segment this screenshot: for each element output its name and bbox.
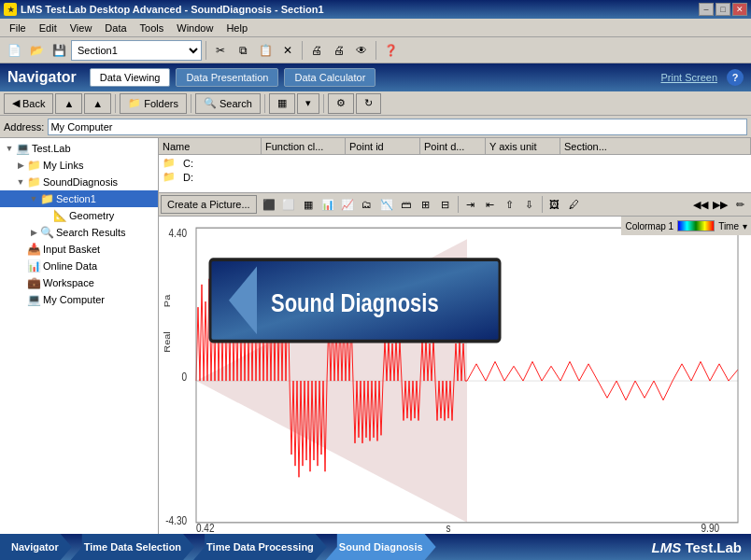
viz-btn-3[interactable]: ▦	[299, 195, 318, 214]
sidebar-item-workspace[interactable]: 💼 Workspace	[0, 274, 158, 291]
tab-data-viewing[interactable]: Data Viewing	[90, 68, 171, 87]
close-button[interactable]: ✕	[732, 3, 747, 16]
sidebar-item-mycomputer[interactable]: 💻 My Computer	[0, 291, 158, 308]
sidebar-item-section1[interactable]: ▼ 📁 Section1	[0, 190, 158, 207]
sidebar-item-label: Section1	[56, 193, 96, 204]
viz-btn-nav-prev[interactable]: ◀◀	[691, 195, 710, 214]
sidebar-item-mylinks[interactable]: ▶ 📁 My Links	[0, 157, 158, 174]
viz-btn-7[interactable]: 📉	[377, 195, 396, 214]
file-list: 📁 C: 📁 D:	[159, 155, 751, 192]
menu-window[interactable]: Window	[171, 21, 219, 35]
copy-button[interactable]: ⧉	[233, 40, 253, 61]
viz-btn-nav-next[interactable]: ▶▶	[711, 195, 730, 214]
search-label: Search	[220, 98, 252, 109]
file-row-d[interactable]: 📁 D:	[159, 170, 751, 184]
viz-btn-15[interactable]: 🖼	[546, 195, 564, 214]
back-button[interactable]: ◀ Back	[4, 93, 53, 114]
new-button[interactable]: 📄	[4, 40, 24, 61]
sidebar-item-geometry[interactable]: 📐 Geometry	[0, 207, 158, 224]
folders-button[interactable]: 📁 Folders	[120, 93, 187, 114]
create-picture-button[interactable]: Create a Picture...	[161, 195, 257, 214]
up2-button[interactable]: ▲	[84, 93, 111, 114]
workflow-tab-time-data-processing[interactable]: Time Data Processing	[193, 534, 327, 560]
toolbar-separator-1	[205, 41, 206, 60]
workflow-tab-sound-diagnosis[interactable]: Sound Diagnosis	[326, 534, 436, 560]
tab-data-presentation[interactable]: Data Presentation	[176, 68, 278, 87]
svg-text:0.42: 0.42	[196, 522, 214, 534]
up-button[interactable]: ▲	[55, 93, 82, 114]
filter-button[interactable]: ⚙	[328, 93, 354, 114]
menu-tools[interactable]: Tools	[135, 21, 170, 35]
minimize-button[interactable]: –	[699, 3, 714, 16]
workflow-bar: Navigator Time Data Selection Time Data …	[0, 534, 751, 560]
viz-btn-1[interactable]: ⬛	[260, 195, 278, 214]
delete-button[interactable]: ✕	[277, 40, 298, 61]
tab-data-calculator[interactable]: Data Calculator	[284, 68, 376, 87]
col-function[interactable]: Function cl...	[262, 138, 346, 154]
right-panel: Name Function cl... Point id Point d... …	[159, 138, 751, 534]
toggle-icon: ▶	[28, 227, 39, 238]
refresh-button[interactable]: ↻	[356, 93, 381, 114]
search-icon: 🔍	[204, 97, 217, 109]
back-arrow-icon: ◀	[12, 97, 20, 109]
menu-edit[interactable]: Edit	[34, 21, 63, 35]
sidebar-item-sounddiagnosis[interactable]: ▼ 📁 SoundDiagnosis	[0, 174, 158, 190]
geometry-icon: 📐	[52, 208, 67, 223]
menu-data[interactable]: Data	[99, 21, 132, 35]
paste-button[interactable]: 📋	[255, 40, 276, 61]
viz-btn-6[interactable]: 🗂	[358, 195, 376, 214]
open-button[interactable]: 📂	[26, 40, 47, 61]
viz-sep-1	[458, 196, 459, 213]
viz-btn-4[interactable]: 📊	[319, 195, 337, 214]
search-button[interactable]: 🔍 Search	[195, 93, 261, 114]
menu-file[interactable]: File	[4, 21, 32, 35]
print2-button[interactable]: 🖨	[329, 40, 349, 61]
view-button[interactable]: ▦	[269, 93, 295, 114]
time-dropdown-icon[interactable]: ▾	[743, 221, 747, 231]
viz-btn-5[interactable]: 📈	[338, 195, 357, 214]
address-input[interactable]	[48, 119, 747, 135]
toggle-icon	[15, 244, 26, 255]
sidebar-item-searchresults[interactable]: ▶ 🔍 Search Results	[0, 224, 158, 241]
print-button[interactable]: 🖨	[306, 40, 327, 61]
viz-btn-10[interactable]: ⊟	[436, 195, 455, 214]
cut-button[interactable]: ✂	[210, 40, 231, 61]
workflow-tab-time-data-selection[interactable]: Time Data Selection	[71, 534, 194, 560]
col-section[interactable]: Section...	[560, 138, 751, 154]
maximize-button[interactable]: □	[716, 3, 730, 16]
section-dropdown[interactable]: Section1	[71, 40, 202, 61]
sidebar-item-testlab[interactable]: ▼ 💻 Test.Lab	[0, 140, 158, 157]
viz-btn-12[interactable]: ⇤	[481, 195, 500, 214]
workflow-tab-navigator[interactable]: Navigator	[0, 534, 72, 560]
viz-btn-16[interactable]: 🖊	[565, 195, 584, 214]
nav-sep-4	[323, 94, 324, 113]
menu-help[interactable]: Help	[220, 21, 253, 35]
col-point-d[interactable]: Point d...	[420, 138, 486, 154]
help-button[interactable]: ❓	[380, 40, 401, 61]
menu-bar: File Edit View Data Tools Window Help	[0, 19, 751, 37]
menu-view[interactable]: View	[64, 21, 98, 35]
sidebar-item-onlinedata[interactable]: 📊 Online Data	[0, 258, 158, 274]
file-row-c[interactable]: 📁 C:	[159, 156, 751, 170]
save-button[interactable]: 💾	[49, 40, 69, 61]
preview-button[interactable]: 👁	[351, 40, 372, 61]
window-controls: – □ ✕	[699, 3, 747, 16]
viz-btn-8[interactable]: 🗃	[397, 195, 416, 214]
col-name[interactable]: Name	[159, 138, 262, 154]
view2-button[interactable]: ▾	[297, 93, 319, 114]
viz-btn-9[interactable]: ⊞	[417, 195, 435, 214]
viz-btn-14[interactable]: ⇩	[520, 195, 539, 214]
col-y-axis[interactable]: Y axis unit	[486, 138, 560, 154]
svg-text:4.40: 4.40	[169, 227, 187, 239]
viz-btn-2[interactable]: ⬜	[279, 195, 298, 214]
viz-btn-edit[interactable]: ✏	[730, 195, 749, 214]
sidebar-item-label: Input Basket	[43, 244, 100, 255]
viz-btn-13[interactable]: ⇧	[501, 195, 519, 214]
app-icon: ★	[4, 3, 17, 16]
sidebar-item-inputbasket[interactable]: 📥 Input Basket	[0, 241, 158, 258]
print-screen-link[interactable]: Print Screen	[660, 72, 717, 83]
navigator-title: Navigator	[7, 69, 77, 86]
col-point-id[interactable]: Point id	[346, 138, 420, 154]
viz-btn-11[interactable]: ⇥	[461, 195, 480, 214]
help-icon[interactable]: ?	[727, 69, 744, 86]
